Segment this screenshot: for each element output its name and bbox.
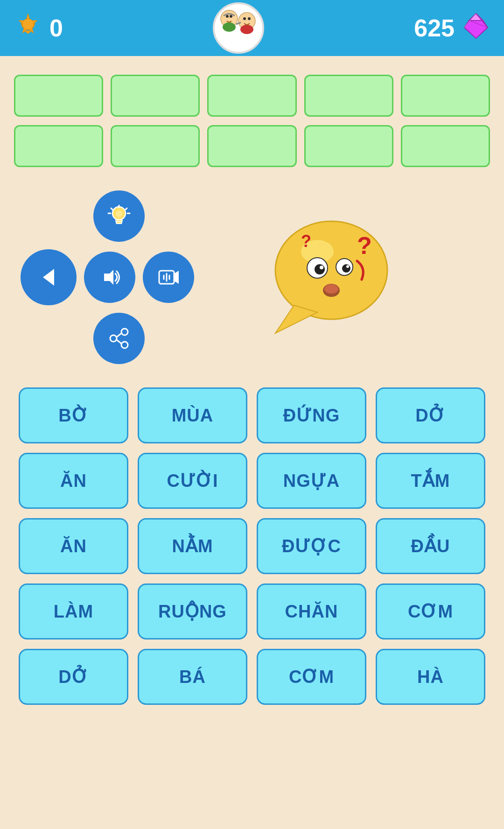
controls-left xyxy=(28,190,187,364)
word-button-3[interactable]: ĐỨNG xyxy=(257,387,366,443)
sound-button[interactable] xyxy=(84,252,135,303)
gem-icon xyxy=(462,11,490,45)
answer-cell-6[interactable] xyxy=(14,125,103,167)
back-button[interactable] xyxy=(21,249,77,305)
word-button-8[interactable]: TẮM xyxy=(376,453,485,509)
svg-marker-28 xyxy=(43,269,54,286)
svg-text:?: ? xyxy=(357,232,372,259)
answer-cell-8[interactable] xyxy=(207,125,296,167)
answer-cell-10[interactable] xyxy=(401,125,490,167)
word-button-6[interactable]: CƯỜI xyxy=(138,453,247,509)
svg-point-12 xyxy=(248,17,251,20)
answer-cell-2[interactable] xyxy=(111,75,200,117)
word-button-1[interactable]: BỜ xyxy=(19,387,128,443)
header: 0 625 xyxy=(0,0,504,56)
share-button[interactable] xyxy=(93,313,145,364)
svg-point-48 xyxy=(346,265,349,268)
word-button-15[interactable]: CHĂN xyxy=(257,583,366,639)
word-button-7[interactable]: NGỰA xyxy=(257,453,366,509)
controls-row xyxy=(21,249,194,305)
answer-cell-3[interactable] xyxy=(207,75,296,117)
word-button-10[interactable]: NẰM xyxy=(138,518,247,574)
word-button-17[interactable]: DỞ xyxy=(19,649,128,705)
controls-area: ? ? xyxy=(0,176,504,378)
word-button-9[interactable]: ĂN xyxy=(19,518,128,574)
score-section: 0 xyxy=(14,11,63,45)
svg-point-8 xyxy=(230,15,232,18)
word-button-12[interactable]: ĐẦU xyxy=(376,518,485,574)
answer-cell-5[interactable] xyxy=(401,75,490,117)
answer-cell-7[interactable] xyxy=(111,125,200,167)
svg-marker-3 xyxy=(24,31,32,34)
answer-cell-9[interactable] xyxy=(304,125,393,167)
svg-point-6 xyxy=(223,22,236,32)
svg-point-4 xyxy=(22,19,34,30)
word-button-14[interactable]: RUỘNG xyxy=(138,583,247,639)
answer-cell-1[interactable] xyxy=(14,75,103,117)
video-button[interactable] xyxy=(143,252,194,303)
svg-point-46 xyxy=(342,264,350,273)
svg-point-37 xyxy=(110,335,117,342)
svg-point-10 xyxy=(240,25,253,34)
thinking-emoji: ? ? xyxy=(266,217,397,338)
svg-line-23 xyxy=(111,208,112,210)
svg-point-11 xyxy=(243,17,246,20)
word-button-19[interactable]: CƠM xyxy=(257,649,366,705)
word-button-11[interactable]: ĐƯỢC xyxy=(257,518,366,574)
svg-point-7 xyxy=(226,15,229,18)
svg-line-38 xyxy=(117,333,121,337)
word-button-20[interactable]: HÀ xyxy=(376,649,485,705)
word-grid: BỜMÙAĐỨNGDỞĂNCƯỜINGỰATẮMĂNNẰMĐƯỢCĐẦULÀMR… xyxy=(0,378,504,714)
svg-point-50 xyxy=(324,284,338,294)
word-button-13[interactable]: LÀM xyxy=(19,583,128,639)
svg-point-45 xyxy=(315,264,325,274)
word-button-2[interactable]: MÙA xyxy=(138,387,247,443)
gem-value: 625 xyxy=(414,14,455,42)
svg-marker-29 xyxy=(104,270,113,285)
word-button-4[interactable]: DỞ xyxy=(376,387,485,443)
svg-point-47 xyxy=(320,266,323,269)
svg-text:?: ? xyxy=(301,232,311,251)
score-value: 0 xyxy=(49,14,63,42)
stars-icon xyxy=(14,11,42,45)
gems-section: 625 xyxy=(414,11,490,45)
svg-rect-21 xyxy=(116,222,122,224)
thinking-emoji-area: ? ? xyxy=(187,217,476,338)
svg-line-39 xyxy=(117,340,121,344)
answer-cell-4[interactable] xyxy=(304,75,393,117)
answer-grid xyxy=(0,56,504,176)
word-button-18[interactable]: BÁ xyxy=(138,649,247,705)
svg-line-24 xyxy=(126,208,127,210)
svg-point-27 xyxy=(116,211,122,217)
word-button-5[interactable]: ĂN xyxy=(19,453,128,509)
avatar xyxy=(213,2,264,54)
svg-point-36 xyxy=(121,342,128,348)
word-button-16[interactable]: CƠM xyxy=(376,583,485,639)
svg-point-35 xyxy=(121,329,128,335)
hint-button[interactable] xyxy=(93,190,145,242)
avatar-section xyxy=(213,2,264,54)
